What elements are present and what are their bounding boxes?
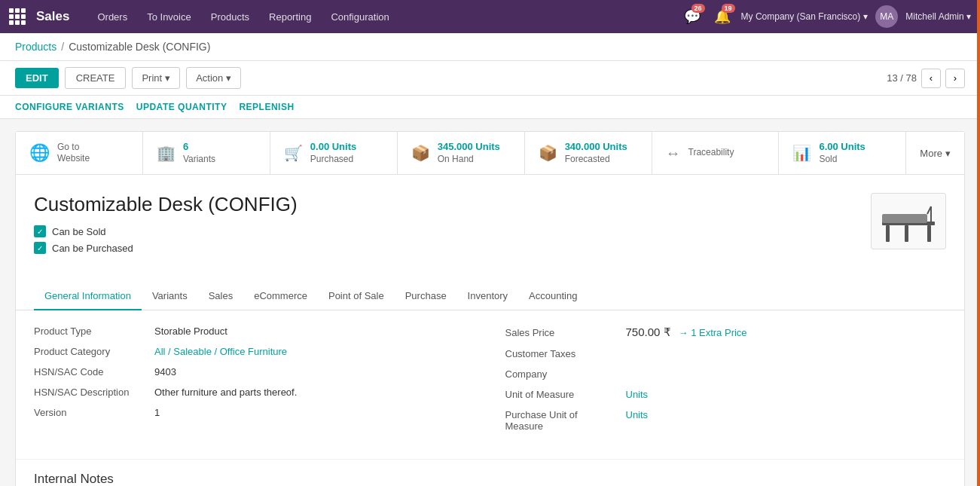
can-be-sold-label: Can be Sold: [52, 226, 106, 237]
product-title-row: Customizable Desk (CONFIG) ✓ Can be Sold…: [34, 193, 946, 258]
pagination: 13 / 78 ‹ ›: [887, 69, 965, 88]
stat-on-hand[interactable]: 📦 345.000 Units On Hand: [398, 132, 525, 174]
version-value: 1: [154, 407, 160, 418]
chat-badge-button[interactable]: 💬 26: [681, 5, 704, 28]
product-card: 🌐 Go to Website 🏢 6 Variants 🛒 0.00 Unit…: [15, 131, 965, 486]
breadcrumb-current: Customizable Desk (CONFIG): [69, 41, 210, 53]
stat-purchased[interactable]: 🛒 0.00 Units Purchased: [270, 132, 398, 174]
tab-purchase[interactable]: Purchase: [395, 283, 457, 310]
svg-rect-4: [882, 214, 927, 223]
tab-ecommerce[interactable]: eCommerce: [243, 283, 318, 310]
tab-general-information[interactable]: General Information: [34, 283, 142, 310]
nav-right: 💬 26 🔔 19 My Company (San Francisco) ▾ M…: [681, 5, 971, 28]
stat-traceability[interactable]: ↔ Traceability: [652, 132, 780, 174]
can-be-purchased-row: ✓ Can be Purchased: [34, 242, 298, 254]
breadcrumb-separator: /: [61, 41, 64, 53]
nav-products[interactable]: Products: [201, 0, 259, 33]
svg-rect-1: [886, 225, 890, 242]
stat-go-to-website[interactable]: 🌐 Go to Website: [16, 132, 143, 174]
purchase-uom-value[interactable]: Units: [626, 409, 649, 420]
stat-sold[interactable]: 📊 6.00 Units Sold: [779, 132, 906, 174]
can-be-sold-checkbox[interactable]: ✓: [34, 225, 46, 237]
admin-chevron-icon: ▾: [966, 11, 971, 22]
stats-bar: 🌐 Go to Website 🏢 6 Variants 🛒 0.00 Unit…: [16, 132, 964, 175]
stat-forecasted[interactable]: 📦 340.000 Units Forecasted: [525, 132, 652, 174]
hsn-code-row: HSN/SAC Code 9403: [34, 366, 475, 377]
notification-badge-button[interactable]: 🔔 19: [711, 5, 734, 28]
print-chevron-icon: ▾: [165, 72, 170, 84]
action-chevron-icon: ▾: [226, 72, 231, 84]
action-bar: EDIT CREATE Print ▾ Action ▾ 13 / 78 ‹ ›: [0, 61, 980, 96]
product-body: Customizable Desk (CONFIG) ✓ Can be Sold…: [16, 175, 964, 271]
cart-icon: 🛒: [284, 144, 303, 162]
svg-rect-2: [927, 225, 931, 242]
admin-label[interactable]: Mitchell Admin ▾: [905, 11, 971, 22]
uom-label: Unit of Measure: [505, 389, 626, 400]
right-accent-bar: [977, 0, 980, 486]
nav-reporting[interactable]: Reporting: [259, 0, 321, 33]
stat-sold-text: 6.00 Units Sold: [819, 141, 865, 165]
configure-variants-link[interactable]: CONFIGURE VARIANTS: [15, 102, 124, 112]
prev-page-button[interactable]: ‹: [921, 69, 941, 88]
nav-orders[interactable]: Orders: [87, 0, 137, 33]
tab-accounting[interactable]: Accounting: [518, 283, 588, 310]
tab-point-of-sale[interactable]: Point of Sale: [318, 283, 395, 310]
company-selector[interactable]: My Company (San Francisco) ▾: [741, 11, 869, 22]
stat-more[interactable]: More ▾: [906, 132, 964, 174]
can-be-purchased-label: Can be Purchased: [52, 243, 133, 254]
nav-to-invoice[interactable]: To Invoice: [137, 0, 201, 33]
top-nav: Sales Orders To Invoice Products Reporti…: [0, 0, 980, 33]
hsn-desc-row: HSN/SAC Description Other furniture and …: [34, 387, 475, 398]
hsn-code-label: HSN/SAC Code: [34, 366, 154, 377]
company-row: Company: [505, 368, 947, 380]
form-left: Product Type Storable Product Product Ca…: [34, 326, 475, 441]
action-button[interactable]: Action ▾: [186, 67, 241, 89]
stat-on-hand-text: 345.000 Units On Hand: [438, 141, 500, 165]
form-content: Product Type Storable Product Product Ca…: [16, 310, 964, 456]
company-chevron-icon: ▾: [863, 11, 868, 22]
stat-variants-text: 6 Variants: [183, 141, 215, 165]
product-image[interactable]: [871, 193, 946, 249]
purchase-uom-label: Purchase Unit ofMeasure: [505, 409, 626, 432]
extra-price-link[interactable]: → 1 Extra Price: [679, 327, 747, 338]
stat-traceability-text: Traceability: [688, 147, 734, 159]
product-category-value[interactable]: All / Saleable / Office Furniture: [154, 346, 287, 357]
internal-notes-title: Internal Notes: [34, 460, 946, 486]
form-right: Sales Price 750.00 ₹ → 1 Extra Price Cus…: [505, 326, 947, 441]
print-button[interactable]: Print ▾: [132, 67, 180, 89]
desk-image-svg: [878, 199, 939, 244]
avatar[interactable]: MA: [875, 5, 898, 28]
variants-icon: 🏢: [157, 144, 176, 162]
replenish-link[interactable]: REPLENISH: [239, 102, 294, 112]
breadcrumb-parent-link[interactable]: Products: [15, 41, 56, 53]
stat-purchased-text: 0.00 Units Purchased: [310, 141, 356, 165]
tab-inventory[interactable]: Inventory: [457, 283, 518, 310]
traceability-icon: ↔: [666, 145, 681, 162]
product-type-row: Product Type Storable Product: [34, 326, 475, 337]
next-page-button[interactable]: ›: [945, 69, 965, 88]
tab-variants[interactable]: Variants: [142, 283, 198, 310]
product-type-value: Storable Product: [154, 326, 227, 337]
stat-website-text: Go to Website: [57, 142, 90, 165]
uom-row: Unit of Measure Units: [505, 389, 947, 400]
tab-sales[interactable]: Sales: [198, 283, 244, 310]
customer-taxes-row: Customer Taxes: [505, 348, 947, 359]
hsn-desc-value: Other furniture and parts thereof.: [154, 387, 297, 398]
update-quantity-link[interactable]: UPDATE QUANTITY: [136, 102, 227, 112]
company-label: Company: [505, 368, 626, 380]
pagination-text: 13 / 78: [887, 72, 917, 84]
create-button[interactable]: CREATE: [65, 67, 127, 89]
apps-icon[interactable]: [9, 8, 26, 25]
product-info: Customizable Desk (CONFIG) ✓ Can be Sold…: [34, 193, 298, 258]
nav-links: Orders To Invoice Products Reporting Con…: [87, 0, 680, 33]
edit-button[interactable]: EDIT: [15, 68, 59, 88]
sub-action-bar: CONFIGURE VARIANTS UPDATE QUANTITY REPLE…: [0, 96, 980, 119]
chat-badge-count: 26: [691, 4, 705, 13]
uom-value[interactable]: Units: [626, 389, 649, 400]
main-content: 🌐 Go to Website 🏢 6 Variants 🛒 0.00 Unit…: [0, 119, 980, 486]
sales-price-row: Sales Price 750.00 ₹ → 1 Extra Price: [505, 326, 947, 339]
website-icon: 🌐: [29, 143, 50, 163]
stat-variants[interactable]: 🏢 6 Variants: [143, 132, 270, 174]
nav-configuration[interactable]: Configuration: [321, 0, 398, 33]
can-be-purchased-checkbox[interactable]: ✓: [34, 242, 46, 254]
